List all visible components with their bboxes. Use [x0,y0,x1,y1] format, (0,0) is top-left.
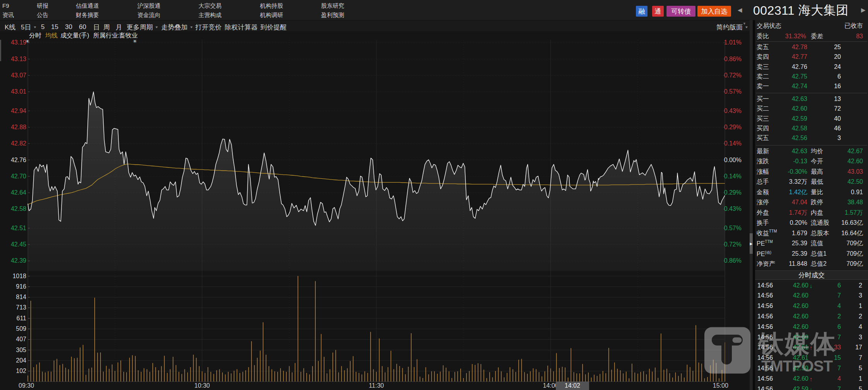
pct-axis-label: 0.43% [715,108,742,115]
tape-time: 14:56 [757,303,773,310]
toolbar-item-5日[interactable]: 5日▼ [21,22,37,32]
toolbar-item-15[interactable]: 15 [51,22,58,32]
menu-item-机构持股[interactable]: 机构持股 [260,2,283,10]
next-stock-button[interactable]: ▶ [861,0,866,20]
prev-stock-button[interactable]: ◀ [738,0,742,20]
stat-value: 25.39 [792,250,807,257]
ask-row-3[interactable]: 卖三42.7624 [755,62,868,72]
bid-row-4[interactable]: 买四42.5846 [755,123,868,133]
level-price: 42.56 [792,135,807,142]
badge-融[interactable]: 融 [636,6,648,17]
stat-label: PE(动) [757,250,771,257]
time-axis-label: 15:00 [713,382,728,389]
stat-row: 总手3.32万最低42.50 [755,177,868,187]
ask-row-5[interactable]: 卖五42.7825 [755,42,868,52]
tape-time: 14:56 [757,334,773,341]
menu-item-股东研究[interactable]: 股东研究 [321,2,344,10]
stat-value: 709亿 [846,239,863,248]
level-price: 42.63 [792,96,807,103]
toolbar-item-到价提醒[interactable]: 到价提醒 [260,22,287,32]
level-price: 42.75 [792,73,807,80]
menu-item-主营构成[interactable]: 主营构成 [198,12,222,19]
toolbar-item-60[interactable]: 60 [79,22,86,32]
tape-count: 1 [859,375,862,382]
badge-通[interactable]: 通 [652,6,664,17]
toolbar-item-更多周期[interactable]: 更多周期▼ [126,22,159,32]
pct-axis-label: 0.86% [715,257,742,264]
bid-row-5[interactable]: 买五42.563 [755,133,868,143]
level-qty: 3 [837,135,841,142]
toolbar-item-打开竞价[interactable]: 打开竞价 [195,22,222,32]
toolbar-item-走势叠加[interactable]: 走势叠加▼ [161,22,193,32]
toolbar-item-日[interactable]: 日 [93,22,100,32]
menu-item-研报[interactable]: 研报 [37,2,48,10]
menu-item-机构调研[interactable]: 机构调研 [260,12,283,19]
tape-count: 2 [859,313,862,320]
tape-count: 5 [859,386,862,390]
legend-average[interactable]: 均线 [45,31,58,40]
menu-item-估值通道[interactable]: 估值通道 [76,2,99,10]
chevron-down-icon[interactable]: ▼ [743,22,746,26]
stat-value: 42.50 [847,178,863,185]
toolbar-item-除权计算器[interactable]: 除权计算器 [225,22,258,32]
level-qty: 25 [834,44,841,51]
toolbar-item-周[interactable]: 周 [103,22,110,32]
tape-count: 7 [859,354,862,361]
price-axis-label: 42.88 [0,124,26,131]
ask-row-4[interactable]: 卖四42.7720 [755,52,868,62]
menu-item-沪深股通[interactable]: 沪深股通 [137,2,161,10]
tape-time: 14:56 [757,292,773,299]
legend-minute[interactable]: 分时 [29,31,41,40]
badge-可转债[interactable]: 可转债 [666,6,695,17]
tape-volume: 6 [837,282,841,289]
tape-volume: 15 [834,354,841,361]
menu-item-盈利预测[interactable]: 盈利预测 [321,12,344,19]
stat-row: 涨停47.04跌停38.48 [755,197,868,207]
tape-time: 14:56 [757,375,773,382]
panel-splitter[interactable] [750,20,753,390]
legend-volume[interactable]: 成交量(手) [60,31,89,40]
chevron-down-icon: ▼ [155,26,159,29]
tape-row: 14:5642.61↑3317 [755,342,868,353]
panel-collapse-handle[interactable]: ▶ [750,233,753,254]
bid-row-1[interactable]: 买一42.6313 [755,94,868,104]
pct-axis-label: 0.72% [715,72,742,79]
tape-row: 14:5642.59↓75 [755,384,868,390]
price-axis-label: 42.70 [0,173,26,180]
level-price: 42.58 [792,125,807,132]
stat-label: 均价 [811,147,823,156]
volume-axis-label: 305 [0,347,26,354]
stat-value: 47.04 [792,199,807,206]
menu-item-大宗交易[interactable]: 大宗交易 [198,2,222,10]
toolbar-item-30[interactable]: 30 [65,22,72,32]
menu-item-F9[interactable]: F9 [2,2,9,9]
tape-row: 14:5642.60↓62 [755,280,868,291]
intraday-chart[interactable]: 43.191.01%43.130.86%43.070.72%43.010.57%… [0,0,750,390]
bid-row-3[interactable]: 买三42.5940 [755,114,868,124]
level-label: 卖三 [757,63,769,71]
stat-row: PE(动)25.39总值1709亿 [755,249,868,259]
tape-count: 5 [859,365,862,372]
toolbar-item-月[interactable]: 月 [116,22,122,32]
bid-row-2[interactable]: 买二42.6072 [755,104,868,114]
toolbar-item-5[interactable]: 5 [41,22,44,32]
ask-row-2[interactable]: 卖二42.756 [755,72,868,82]
stat-row: 净资产11.848总值2709亿 [755,259,868,269]
ask-row-1[interactable]: 卖一42.7416 [755,81,868,91]
stat-row: 金额1.42亿量比0.91 [755,187,868,197]
stat-value: 16.63亿 [841,219,863,227]
industry-value[interactable]: 畜牧业 [119,31,138,40]
pct-axis-label: 1.01% [715,39,742,46]
level-price: 42.78 [792,44,807,51]
price-axis-label: 42.94 [0,108,26,115]
menu-item-财务摘要[interactable]: 财务摘要 [76,12,99,19]
price-axis-label: 42.64 [0,189,26,196]
menu-item-资金流向[interactable]: 资金流向 [137,12,161,19]
level-qty: 40 [834,115,841,122]
menu-item-资讯[interactable]: 资讯 [2,12,14,19]
badge-加入自选[interactable]: 加入自选 [697,6,731,17]
menu-item-公告[interactable]: 公告 [37,12,48,19]
chevron-right-icon: ▶ [750,242,753,246]
toolbar-item-K线[interactable]: K线 [5,22,15,32]
stat-value: 42.63 [792,148,807,155]
